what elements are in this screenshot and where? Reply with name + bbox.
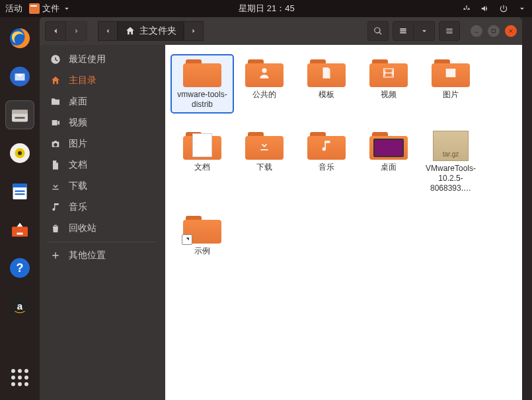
path-next[interactable] — [184, 21, 204, 41]
sidebar-item-music[interactable]: 音乐 — [40, 197, 165, 218]
download-icon — [50, 181, 61, 191]
folder-icon — [369, 58, 408, 87]
dock: ? a — [0, 17, 40, 400]
svg-rect-12 — [12, 227, 28, 237]
file-item[interactable]: 音乐 — [296, 128, 357, 196]
svg-rect-10 — [15, 191, 25, 192]
svg-point-7 — [18, 151, 22, 155]
dock-rhythmbox[interactable] — [5, 139, 34, 168]
sidebar-item-desktop[interactable]: 桌面 — [40, 91, 165, 112]
forward-button[interactable] — [66, 21, 87, 41]
svg-rect-18 — [475, 32, 478, 33]
file-label: 音乐 — [319, 162, 334, 172]
dock-amazon[interactable]: a — [5, 292, 34, 321]
hamburger-button[interactable] — [439, 21, 460, 41]
folder-icon — [50, 96, 61, 107]
clock[interactable]: 星期日 21：45 — [71, 3, 462, 15]
dock-files[interactable] — [5, 100, 34, 129]
power-icon[interactable] — [499, 4, 508, 13]
chevron-down-icon[interactable] — [517, 4, 527, 13]
svg-rect-3 — [12, 110, 28, 114]
hamburger-icon — [445, 26, 454, 36]
archive-icon — [433, 131, 469, 161]
sidebar-item-other[interactable]: 其他位置 — [40, 245, 165, 266]
file-item[interactable]: 图片 — [420, 55, 481, 112]
volume-icon[interactable] — [480, 4, 490, 13]
sidebar-item-home[interactable]: 主目录 — [40, 70, 165, 91]
content-area[interactable]: vmware-tools-distrib公共的模板视频图片文档下载音乐桌面VMw… — [165, 45, 522, 400]
file-label: 文档 — [194, 162, 210, 172]
sidebar-item-recent[interactable]: 最近使用 — [40, 49, 165, 70]
dock-thunderbird[interactable] — [5, 62, 34, 91]
dock-writer[interactable] — [5, 177, 34, 206]
titlebar: 主文件夹 — [40, 17, 522, 45]
home-icon — [125, 26, 135, 36]
search-icon — [373, 26, 383, 36]
network-icon[interactable] — [462, 4, 471, 13]
back-button[interactable] — [45, 21, 66, 41]
minimize-icon — [473, 28, 480, 34]
file-label: VMwareTools-10.2.5-8068393.… — [422, 164, 480, 193]
triangle-right-icon — [190, 27, 198, 35]
folder-icon — [432, 58, 470, 87]
chevron-down-icon — [62, 4, 71, 13]
file-label: 图片 — [443, 90, 459, 100]
sidebar-item-videos[interactable]: 视频 — [40, 112, 165, 133]
view-options-button[interactable] — [414, 21, 435, 41]
folder-icon — [183, 58, 221, 87]
apps-grid-icon — [11, 369, 28, 386]
folder-icon — [245, 131, 284, 160]
maximize-button[interactable] — [488, 25, 500, 37]
clock-icon — [50, 54, 61, 65]
music-icon — [50, 202, 61, 213]
path-home[interactable]: 主文件夹 — [118, 21, 184, 41]
file-label: 示例 — [194, 246, 210, 256]
sidebar-item-downloads[interactable]: 下载 — [40, 176, 165, 197]
svg-rect-13 — [17, 233, 23, 235]
path-bar: 主文件夹 — [98, 21, 204, 41]
file-label: 模板 — [319, 90, 334, 100]
files-window: 主文件夹 最近使用 主目录 桌面 视频 图片 文档 下载 音乐 回收站 — [40, 17, 522, 400]
close-button[interactable] — [505, 25, 517, 37]
app-menu[interactable]: 文件 — [29, 3, 71, 15]
triangle-left-icon — [104, 27, 112, 35]
folder-icon — [245, 58, 284, 87]
sidebar-item-documents[interactable]: 文档 — [40, 154, 165, 176]
sidebar-item-pictures[interactable]: 图片 — [40, 133, 165, 154]
files-app-icon — [29, 3, 40, 14]
maximize-icon — [490, 28, 497, 34]
file-item[interactable]: 模板 — [296, 55, 357, 112]
dock-help[interactable]: ? — [5, 253, 34, 283]
minimize-button[interactable] — [471, 25, 482, 37]
file-item[interactable]: 视频 — [358, 55, 419, 112]
folder-icon — [183, 215, 221, 244]
file-item[interactable]: 示例 — [172, 212, 233, 259]
file-label: 桌面 — [381, 162, 397, 172]
file-item[interactable]: 桌面 — [358, 128, 419, 196]
dock-show-apps[interactable] — [5, 363, 34, 392]
dock-software[interactable] — [5, 215, 34, 244]
chevron-left-icon — [51, 26, 60, 36]
list-view-icon — [399, 26, 408, 36]
dock-firefox[interactable] — [5, 24, 34, 53]
trash-icon — [50, 223, 61, 234]
file-item[interactable]: 下载 — [234, 128, 295, 196]
path-prev[interactable] — [98, 21, 118, 41]
view-toggle-button[interactable] — [393, 21, 414, 41]
file-item[interactable]: 公共的 — [234, 55, 295, 112]
sidebar-item-trash[interactable]: 回收站 — [40, 218, 165, 239]
file-item[interactable]: VMwareTools-10.2.5-8068393.… — [420, 128, 481, 196]
home-icon — [50, 75, 61, 86]
document-icon — [50, 160, 61, 170]
file-label: 公共的 — [252, 90, 276, 100]
svg-text:?: ? — [17, 261, 24, 275]
file-item[interactable]: vmware-tools-distrib — [172, 55, 233, 112]
search-button[interactable] — [367, 21, 389, 41]
plus-icon — [50, 250, 61, 261]
svg-rect-19 — [492, 30, 496, 33]
file-item[interactable]: 文档 — [172, 128, 233, 196]
folder-icon — [307, 131, 346, 160]
activities-button[interactable]: 活动 — [5, 3, 22, 15]
sidebar-separator — [48, 242, 157, 242]
close-icon — [508, 28, 514, 34]
